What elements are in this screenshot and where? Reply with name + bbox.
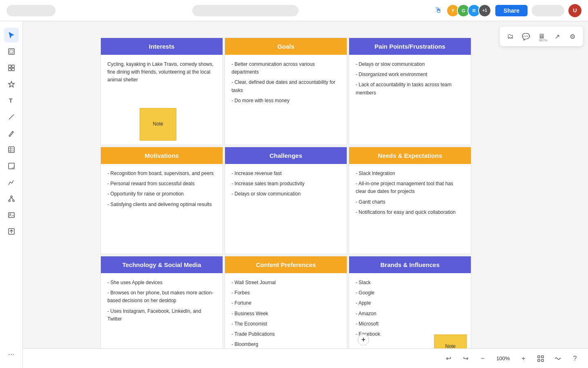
motiv-line3: - Opportunity for raise or promotion <box>107 190 216 198</box>
sticky-note-tool[interactable] <box>4 159 19 173</box>
help-button[interactable]: ? <box>568 352 581 365</box>
image-tool[interactable] <box>4 208 19 222</box>
cursor-tool[interactable] <box>4 28 19 43</box>
goals-body: - Better communication across various de… <box>225 55 347 145</box>
pain-line2: - Disorganized work environment <box>356 71 464 79</box>
brands-line4: - Amazon <box>356 310 464 318</box>
wave-tool[interactable] <box>551 352 564 365</box>
svg-rect-26 <box>538 359 540 361</box>
file-icon[interactable]: 🗂 <box>504 30 517 43</box>
svg-rect-1 <box>10 50 13 53</box>
content-line3: - Fortune <box>232 299 340 307</box>
tech-line3: - Uses Instagram, Facebook, LinkedIn, an… <box>107 307 216 323</box>
sticky-note-1-label: Note <box>153 120 163 128</box>
challenges-body: - Increase revenue fast - Increase sales… <box>225 164 347 254</box>
content-line2: - Forbes <box>232 289 340 297</box>
brands-line5: - Microsoft <box>356 320 464 328</box>
breadcrumb[interactable] <box>7 5 56 16</box>
svg-rect-24 <box>538 356 540 358</box>
content-line1: - Wall Street Journal <box>232 279 340 287</box>
svg-line-9 <box>12 131 13 132</box>
svg-rect-3 <box>12 65 14 67</box>
fit-screen-button[interactable] <box>534 352 547 365</box>
canvas[interactable]: Interests Cycling, kayaking in Lake Trav… <box>23 21 588 368</box>
brands-header: Brands & Influences <box>349 256 471 273</box>
content-header: Content Preferences <box>225 256 347 273</box>
svg-rect-20 <box>9 213 14 218</box>
bottom-bar: ↩ ↪ − 100% + ? <box>23 348 588 368</box>
needs-line3: - Gantt charts <box>356 198 464 206</box>
content-line6: - Trade Publications <box>232 330 340 338</box>
svg-line-19 <box>11 197 13 200</box>
sticky-note-1[interactable]: Note <box>140 108 176 141</box>
settings-icon[interactable]: ⚙ <box>566 30 579 43</box>
text-tool[interactable]: T <box>4 93 19 108</box>
pain-points-card: Pain Points/Frustrations - Delays or slo… <box>349 38 471 145</box>
pen-tool[interactable] <box>4 126 19 141</box>
goals-line3: - Do more with less money <box>232 97 340 105</box>
pain-line3: - Lack of accountability in tasks across… <box>356 81 464 96</box>
svg-rect-4 <box>9 68 11 71</box>
diagram-tool[interactable] <box>4 191 19 206</box>
more-tools-button[interactable]: ··· <box>4 347 19 361</box>
pain-points-body: - Delays or slow communication - Disorga… <box>349 55 471 145</box>
challenges-card: Challenges - Increase revenue fast - Inc… <box>225 147 347 254</box>
beta-badge: BETA <box>539 38 547 42</box>
motivations-card: Motivations - Recognition from board, su… <box>100 147 223 254</box>
grid-tool[interactable] <box>4 61 19 75</box>
upload-tool[interactable] <box>4 224 19 239</box>
svg-point-16 <box>9 200 10 202</box>
svg-point-21 <box>9 214 11 215</box>
line-tool[interactable] <box>4 110 19 124</box>
motivations-header: Motivations <box>101 147 223 164</box>
right-sidebar: 🗂 💬 🖥 BETA ↗ ⚙ <box>500 27 583 46</box>
present-icon[interactable]: 🖥 BETA <box>535 30 548 43</box>
top-bar: 🖱 Y G R +1 Share U <box>0 0 588 21</box>
svg-rect-2 <box>9 65 11 67</box>
zoom-out-button[interactable]: − <box>476 352 489 365</box>
goals-line2: - Clear, defined due dates and accountab… <box>232 79 340 94</box>
table-tool[interactable] <box>4 142 19 157</box>
star-tool[interactable] <box>4 77 19 92</box>
cursor-icon: 🖱 <box>435 6 442 15</box>
tech-line1: - She uses Apple devices <box>107 279 216 287</box>
svg-point-17 <box>13 200 14 202</box>
comment-icon[interactable]: 💬 <box>519 30 532 43</box>
avatar-group: Y G R +1 <box>446 4 491 17</box>
interests-text: Cycling, kayaking in Lake Travis, comedy… <box>107 61 216 84</box>
tech-line2: - Browses on her phone, but makes more a… <box>107 289 216 305</box>
svg-rect-10 <box>9 147 14 153</box>
add-element-button[interactable]: + <box>358 334 369 346</box>
content-line7: - Bloomberg <box>232 341 340 348</box>
technology-header: Technology & Social Media <box>101 256 223 273</box>
content-line4: - Business Week <box>232 310 340 318</box>
needs-line2: - All-in-one project management tool tha… <box>356 180 464 195</box>
svg-line-18 <box>9 197 11 200</box>
redo-button[interactable]: ↪ <box>459 352 472 365</box>
share-button[interactable]: Share <box>495 5 528 16</box>
interests-body: Cycling, kayaking in Lake Travis, comedy… <box>101 55 223 145</box>
undo-button[interactable]: ↩ <box>442 352 455 365</box>
chall-line3: - Delays or slow communication <box>232 190 340 198</box>
svg-marker-6 <box>9 81 14 87</box>
share-screen-icon[interactable]: ↗ <box>550 30 564 43</box>
right-action-pill[interactable] <box>532 5 564 16</box>
needs-header: Needs & Expectations <box>349 147 471 164</box>
motivations-body: - Recognition from board, supervisors, a… <box>101 164 223 254</box>
chall-line2: - Increase sales team productivity <box>232 180 340 188</box>
frame-tool[interactable] <box>4 44 19 59</box>
brands-line3: - Apple <box>356 299 464 307</box>
svg-text:T: T <box>9 97 13 104</box>
top-bar-right: 🖱 Y G R +1 Share U <box>435 4 581 17</box>
challenges-header: Challenges <box>225 147 347 164</box>
page-title[interactable] <box>192 5 298 16</box>
goals-line1: - Better communication across various de… <box>232 61 340 76</box>
svg-point-15 <box>11 196 12 197</box>
chart-tool[interactable] <box>4 175 19 190</box>
goals-card: Goals - Better communication across vari… <box>225 38 347 145</box>
content-line5: - The Economist <box>232 320 340 328</box>
zoom-in-button[interactable]: + <box>517 352 530 365</box>
brands-line1: - Slack <box>356 279 464 287</box>
avatar-count: +1 <box>478 4 491 17</box>
user-avatar[interactable]: U <box>568 4 581 17</box>
